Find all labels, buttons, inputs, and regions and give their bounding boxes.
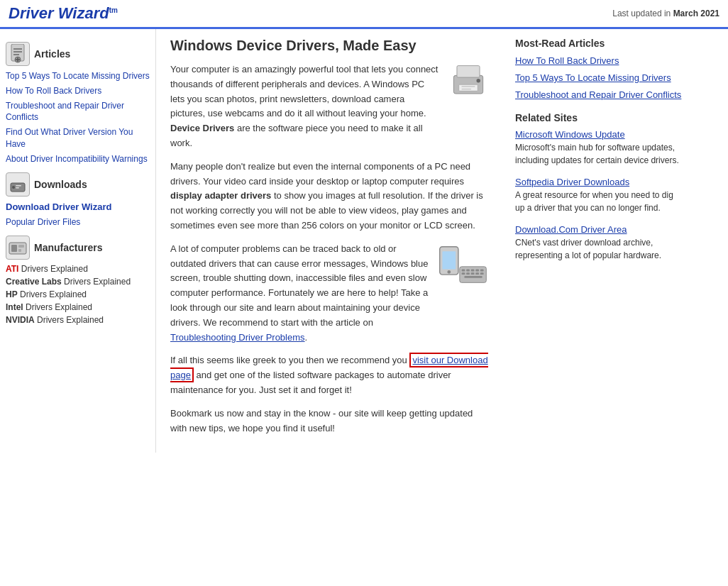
- site-logo: Driver Wizardtm: [9, 4, 118, 23]
- svg-rect-34: [480, 272, 484, 275]
- svg-rect-22: [442, 251, 456, 269]
- para5-text: Bookmark us now and stay in the know - o…: [170, 407, 490, 436]
- svg-rect-32: [471, 272, 475, 275]
- microsoft-update-link[interactable]: Microsoft Windows Update: [515, 129, 625, 140]
- sidebar-link-roll-back[interactable]: How To Roll Back Drivers: [6, 85, 150, 97]
- para4-text: If all this seems like greek to you then…: [170, 353, 490, 397]
- svg-point-23: [447, 270, 451, 274]
- para3-text: A lot of computer problems can be traced…: [170, 242, 429, 345]
- intro-para: Your computer is an amazingly powerful t…: [170, 62, 490, 151]
- downloads-section: Downloads Download Driver Wizard Popular…: [6, 172, 150, 228]
- sidebar-link-intel[interactable]: Intel Drivers Explained: [6, 302, 150, 312]
- svg-point-8: [12, 186, 15, 189]
- most-read-link-1[interactable]: How To Roll Back Drivers: [515, 55, 684, 67]
- related-sites-title: Related Sites: [515, 112, 684, 123]
- svg-rect-26: [466, 269, 470, 271]
- devices-image: [436, 242, 490, 345]
- manufacturers-header: Manufacturers: [6, 236, 150, 260]
- related-site-microsoft: Microsoft Windows Update Microsoft's mai…: [515, 129, 684, 167]
- downloads-header: Downloads: [6, 172, 150, 197]
- updated-date: March 2021: [673, 9, 719, 18]
- troubleshooting-link[interactable]: Troubleshooting Driver Problems: [170, 332, 305, 343]
- articles-icon: [6, 42, 30, 66]
- svg-rect-29: [480, 269, 484, 271]
- most-read-link-2[interactable]: Top 5 Ways To Locate Missing Drivers: [515, 72, 684, 84]
- header: Driver Wizardtm Last updated in March 20…: [0, 0, 728, 29]
- manufacturers-section: Manufacturers ATI Drivers Explained Crea…: [6, 236, 150, 325]
- articles-header: Articles: [6, 42, 150, 66]
- printer-image: [447, 62, 490, 151]
- problems-para: A lot of computer problems can be traced…: [170, 242, 490, 345]
- page-title: Windows Device Drivers, Made Easy: [170, 38, 490, 54]
- main-content: Windows Device Drivers, Made Easy Your c…: [156, 29, 504, 453]
- sidebar-link-creative-labs[interactable]: Creative Labs Drivers Explained: [6, 277, 150, 287]
- updated-prefix: Last updated in: [612, 9, 673, 18]
- download-com-link[interactable]: Download.Com Driver Area: [515, 224, 627, 235]
- articles-title: Articles: [34, 48, 70, 60]
- svg-rect-30: [462, 272, 465, 275]
- svg-rect-12: [11, 245, 17, 252]
- microsoft-update-desc: Microsoft's main hub for software update…: [515, 141, 684, 167]
- right-sidebar: Most-Read Articles How To Roll Back Driv…: [504, 29, 695, 453]
- softpedia-link[interactable]: Softpedia Driver Downloads: [515, 177, 629, 187]
- sidebar-link-troubleshoot[interactable]: Troubleshoot and Repair Driver Conflicts: [6, 100, 150, 124]
- most-read-title: Most-Read Articles: [515, 38, 684, 49]
- page-layout: Articles Top 5 Ways To Locate Missing Dr…: [0, 29, 728, 453]
- svg-rect-13: [18, 245, 24, 248]
- download-com-desc: CNet's vast driver download archive, rep…: [515, 236, 684, 262]
- last-updated: Last updated in March 2021: [612, 9, 719, 18]
- sidebar-link-ati[interactable]: ATI Drivers Explained: [6, 264, 150, 274]
- svg-rect-35: [464, 276, 482, 278]
- svg-rect-27: [471, 269, 475, 271]
- sidebar-link-hp[interactable]: HP Drivers Explained: [6, 289, 150, 299]
- svg-rect-19: [461, 86, 475, 87]
- sidebar-link-driver-version[interactable]: Find Out What Driver Version You Have: [6, 126, 150, 150]
- sidebar-link-download-wizard[interactable]: Download Driver Wizard: [6, 201, 150, 214]
- related-sites-section: Related Sites Microsoft Windows Update M…: [515, 112, 684, 262]
- logo-tm: tm: [109, 6, 118, 14]
- related-site-download-com: Download.Com Driver Area CNet's vast dri…: [515, 224, 684, 262]
- svg-rect-20: [461, 89, 471, 90]
- manufacturers-icon: [6, 236, 30, 260]
- svg-rect-28: [475, 269, 479, 271]
- svg-rect-17: [459, 84, 478, 91]
- svg-rect-10: [16, 187, 19, 189]
- left-sidebar: Articles Top 5 Ways To Locate Missing Dr…: [0, 29, 156, 453]
- para2-text: Many people don't realize but even the i…: [170, 160, 490, 233]
- articles-section: Articles Top 5 Ways To Locate Missing Dr…: [6, 42, 150, 165]
- most-read-link-3[interactable]: Troubleshoot and Repair Driver Conflicts: [515, 89, 684, 101]
- sidebar-link-incompatibility[interactable]: About Driver Incompatibility Warnings: [6, 153, 150, 165]
- svg-point-18: [476, 79, 480, 83]
- manufacturers-title: Manufacturers: [34, 242, 102, 253]
- downloads-icon: [6, 172, 30, 197]
- downloads-title: Downloads: [34, 179, 87, 190]
- para1-text: Your computer is an amazingly powerful t…: [170, 62, 440, 151]
- download-page-link[interactable]: visit our Download page: [170, 353, 488, 382]
- softpedia-desc: A great resource for when you need to di…: [515, 189, 684, 214]
- related-site-softpedia: Softpedia Driver Downloads A great resou…: [515, 177, 684, 214]
- sidebar-link-nvidia[interactable]: NVIDIA Drivers Explained: [6, 315, 150, 325]
- svg-rect-25: [462, 269, 465, 271]
- svg-rect-9: [16, 185, 21, 187]
- svg-rect-14: [18, 249, 21, 252]
- svg-rect-33: [475, 272, 479, 275]
- svg-rect-16: [457, 66, 480, 78]
- logo-text: Driver Wizard: [9, 4, 109, 22]
- svg-rect-31: [466, 272, 470, 275]
- sidebar-link-locate-drivers[interactable]: Top 5 Ways To Locate Missing Drivers: [6, 70, 150, 82]
- sidebar-link-popular-drivers[interactable]: Popular Driver Files: [6, 216, 150, 228]
